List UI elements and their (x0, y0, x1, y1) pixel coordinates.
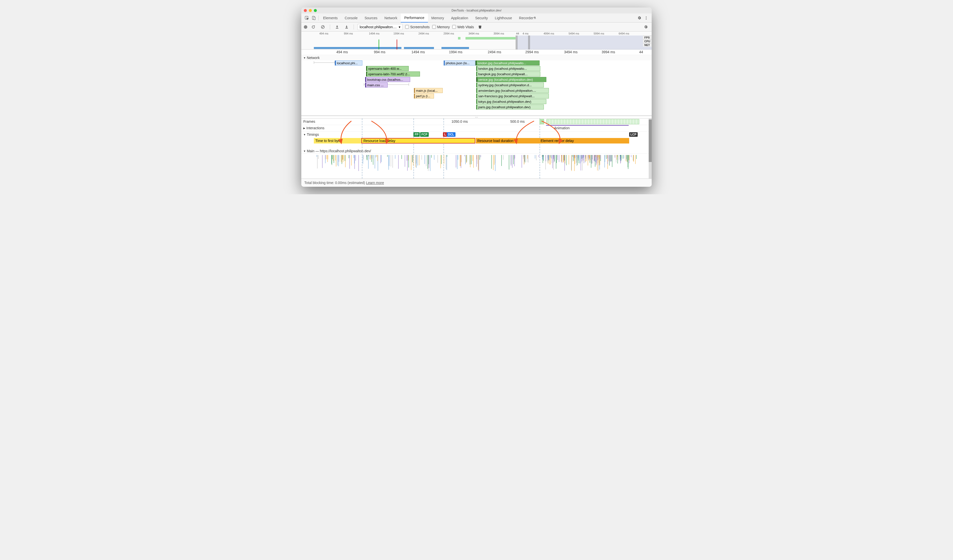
profile-selector[interactable]: localhost.philipwalton.... ▾ (357, 24, 403, 30)
device-icon[interactable] (310, 14, 317, 22)
network-request[interactable]: localhost.phi... (335, 60, 362, 65)
collapse-icon: ▶ (303, 127, 305, 130)
tab-elements[interactable]: Elements (320, 14, 341, 23)
network-request[interactable]: main.css ... (365, 82, 388, 88)
tab-sources[interactable]: Sources (361, 14, 381, 23)
inspect-icon[interactable] (303, 14, 310, 22)
network-waterfall[interactable]: localhost.phi...opensans-latin-400.w...o… (301, 60, 652, 116)
tab-memory[interactable]: Memory (428, 14, 448, 23)
svg-rect-9 (345, 28, 348, 28)
timing-marker-fp[interactable]: FP (413, 132, 420, 137)
overview-timeline[interactable]: 494 ms994 ms1494 ms1994 ms2494 ms2994 ms… (301, 31, 652, 50)
chevron-down-icon: ▾ (399, 25, 400, 29)
network-request[interactable]: perf.js (l... (414, 93, 434, 99)
scrollbar[interactable] (649, 119, 652, 178)
trash-button[interactable] (476, 23, 484, 31)
tab-application[interactable]: Application (447, 14, 472, 23)
network-section: ▼ Network localhost.phi...opensans-latin… (301, 55, 652, 116)
timings-track[interactable]: ▼Timings FPFCPLDCLLCP (301, 131, 652, 137)
network-request[interactable]: amsterdam.jpg (localhost.philipwalton...… (476, 88, 549, 93)
frame-duration-1: 1050.0 ms (452, 119, 468, 124)
tab-lighthouse[interactable]: Lighthouse (491, 14, 515, 23)
timing-phases: Time to first byteResource load delayRes… (301, 137, 652, 148)
network-request[interactable]: main.js (local... (414, 88, 443, 93)
overview-ruler: 494 ms994 ms1494 ms1994 ms2494 ms2994 ms… (301, 31, 652, 36)
screenshots-checkbox[interactable]: Screenshots (405, 25, 430, 29)
expand-icon: ▼ (303, 133, 306, 136)
window-title: DevTools - localhost.philipwalton.dev/ (301, 9, 652, 12)
overview-graph (301, 36, 652, 50)
tab-performance[interactable]: Performance (400, 14, 428, 23)
main-ruler[interactable]: 494 ms994 ms1494 ms1994 ms2494 ms2994 ms… (301, 50, 652, 55)
profile-name: localhost.philipwalton.... (360, 25, 397, 29)
network-request[interactable]: san-francisco.jpg (localhost.philipwalt.… (476, 93, 549, 99)
svg-point-5 (646, 19, 647, 20)
network-request[interactable]: paris.jpg (localhost.philipwalton.dev) (476, 105, 544, 110)
footer: Total blocking time: 0.00ms (estimated) … (301, 178, 652, 187)
svg-rect-2 (314, 17, 315, 20)
network-request[interactable]: venice.jpg (localhost.philipwalton.dev) (476, 77, 546, 82)
timing-marker-fcp[interactable]: FCP (420, 132, 429, 137)
frames-track[interactable]: Frames 1050.0 ms 500.0 ms (301, 119, 652, 125)
lower-panel: Frames 1050.0 ms 500.0 ms ▶Interactions … (301, 118, 652, 178)
network-request[interactable]: opensans-latin-400.w... (366, 66, 409, 71)
selection-handle-left[interactable] (515, 36, 518, 50)
titlebar[interactable]: DevTools - localhost.philipwalton.dev/ (301, 8, 652, 14)
tbt-text: Total blocking time: 0.00ms (estimated) (304, 181, 365, 185)
network-request[interactable]: london.jpg (localhost.philipwalto... (475, 60, 540, 65)
panel-settings-icon[interactable] (642, 23, 649, 31)
timing-phase[interactable]: Resource load duration (476, 138, 539, 144)
tab-console[interactable]: Console (341, 14, 361, 23)
network-request[interactable]: bootstrap.css (localhos... (365, 77, 410, 82)
performance-toolbar: localhost.philipwalton.... ▾ Screenshots… (301, 23, 652, 31)
network-request[interactable]: photos.json (lo... (444, 60, 475, 65)
svg-point-4 (646, 17, 647, 18)
selection-handle-right[interactable] (528, 36, 530, 50)
expand-icon: ▼ (303, 57, 306, 59)
timing-marker-dcl[interactable]: DCL (447, 132, 455, 137)
timing-phase[interactable]: Element render delay (539, 138, 629, 144)
webvitals-checkbox[interactable]: Web Vitals (452, 25, 474, 29)
timing-phase[interactable]: Time to first byte (314, 138, 362, 144)
interactions-track[interactable]: ▶Interactions Animation (301, 125, 652, 131)
network-request[interactable]: bangkok.jpg (localhost.philipwalt... (476, 71, 540, 76)
learn-more-link[interactable]: Learn more (366, 181, 384, 185)
svg-rect-10 (478, 26, 481, 26)
overview-metric-labels: FPS CPU NET (643, 36, 652, 47)
timing-phase[interactable]: Resource load delay (362, 138, 475, 144)
reload-button[interactable] (310, 23, 317, 31)
record-button[interactable] (304, 25, 307, 29)
upload-button[interactable] (334, 23, 341, 31)
tab-recorder[interactable]: Recorder ⚗ (515, 14, 540, 23)
tab-security[interactable]: Security (472, 14, 492, 23)
svg-point-3 (646, 16, 647, 17)
more-icon[interactable] (643, 14, 650, 22)
svg-rect-8 (336, 28, 338, 28)
expand-icon: ▼ (303, 150, 306, 153)
frame-duration-2: 500.0 ms (510, 119, 525, 124)
network-request[interactable]: london.jpg (localhost.philipwalto... (476, 66, 540, 71)
settings-icon[interactable] (636, 14, 643, 22)
devtools-window: DevTools - localhost.philipwalton.dev/ E… (301, 8, 652, 187)
svg-line-7 (322, 26, 324, 28)
clear-button[interactable] (319, 23, 326, 31)
animation-label: Animation (554, 126, 570, 130)
tab-network[interactable]: Network (381, 14, 400, 23)
panel-tabs: ElementsConsoleSourcesNetworkPerformance… (301, 14, 652, 23)
network-request[interactable]: opensans-latin-700.woff2 (l... (366, 71, 420, 76)
memory-checkbox[interactable]: Memory (432, 25, 450, 29)
splitter[interactable]: ⋯ (301, 116, 652, 118)
main-thread-header[interactable]: ▼Main — https://localhost.philipwalton.d… (301, 148, 652, 153)
network-header[interactable]: ▼ Network (301, 55, 652, 60)
network-request[interactable]: tokyo.jpg (localhost.philipwalton.dev) (476, 99, 546, 104)
scrollbar-thumb[interactable] (649, 119, 652, 162)
download-button[interactable] (343, 23, 350, 31)
main-thread-flame[interactable] (301, 153, 652, 178)
network-request[interactable]: sydney.jpg (localhost.philipwalton.d... (476, 82, 544, 88)
timing-marker-lcp[interactable]: LCP (629, 132, 638, 137)
